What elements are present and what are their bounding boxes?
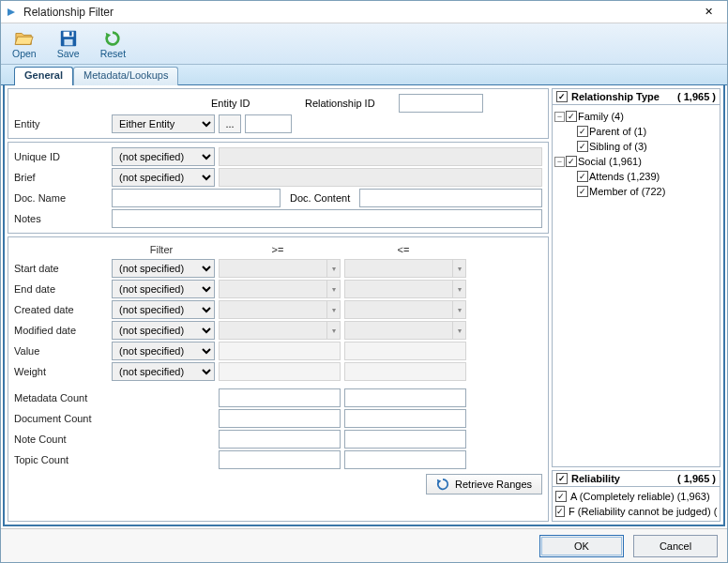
- svg-marker-5: [106, 32, 111, 38]
- tree-node-social[interactable]: −✓Social (1,961): [554, 154, 718, 169]
- weight-filter[interactable]: (not specified): [112, 362, 215, 381]
- reltype-checkbox[interactable]: ✓: [556, 91, 568, 102]
- unique-id-field[interactable]: [219, 147, 542, 166]
- note-count-ge[interactable]: [219, 430, 341, 449]
- footer: OK Cancel: [1, 528, 727, 562]
- tree-node-parent[interactable]: ✓Parent of (1): [554, 124, 718, 139]
- reliability-item-a[interactable]: ✓A (Completely reliable) (1,963): [555, 489, 717, 504]
- entity-panel: Entity ID Relationship ID Entity Either …: [8, 88, 549, 139]
- chevron-down-icon: ▾: [326, 281, 340, 297]
- metadata-count-label: Metadata Count: [14, 392, 215, 403]
- brief-select[interactable]: (not specified): [112, 168, 215, 187]
- metadata-count-le[interactable]: [344, 388, 466, 407]
- start-date-filter[interactable]: (not specified): [112, 259, 215, 278]
- reltype-count: ( 1,965 ): [677, 91, 716, 102]
- created-date-ge[interactable]: ▾: [219, 300, 341, 319]
- end-date-ge[interactable]: ▾: [219, 280, 341, 298]
- reltype-title: Relationship Type: [571, 91, 660, 102]
- checkbox[interactable]: ✓: [577, 141, 588, 152]
- close-button[interactable]: ✕: [693, 2, 723, 23]
- value-label: Value: [14, 345, 108, 357]
- refresh-icon: [436, 478, 449, 491]
- metadata-count-ge[interactable]: [219, 388, 341, 407]
- start-date-ge[interactable]: ▾: [219, 259, 341, 278]
- tab-bar: General Metadata/Lookups: [1, 65, 727, 85]
- doc-name-input[interactable]: [112, 189, 281, 207]
- end-date-filter[interactable]: (not specified): [112, 280, 215, 298]
- created-date-le[interactable]: ▾: [344, 300, 466, 319]
- titlebar: Relationship Filter ✕: [1, 1, 727, 23]
- value-ge[interactable]: [219, 342, 341, 360]
- filter-header: Filter: [108, 244, 215, 255]
- doc-content-label: Doc. Content: [284, 192, 356, 204]
- identity-panel: Unique ID (not specified) Brief (not spe…: [8, 142, 549, 234]
- save-label: Save: [57, 48, 80, 59]
- window-title: Relationship Filter: [23, 6, 693, 19]
- reliability-item-f[interactable]: ✓F (Reliability cannot be judged) (: [555, 504, 717, 519]
- brief-field[interactable]: [219, 168, 542, 187]
- entity-id-input[interactable]: [245, 114, 292, 133]
- right-pane: ✓ Relationship Type ( 1,965 ) −✓Family (…: [552, 88, 720, 522]
- topic-count-ge[interactable]: [219, 450, 341, 469]
- ge-header: >=: [215, 244, 341, 255]
- checkbox[interactable]: ✓: [577, 126, 588, 137]
- tab-general[interactable]: General: [14, 67, 73, 85]
- open-button[interactable]: Open: [8, 27, 40, 61]
- retrieve-ranges-button[interactable]: Retrieve Ranges: [426, 474, 542, 495]
- cancel-button[interactable]: Cancel: [633, 535, 718, 557]
- ellipsis-icon: ...: [225, 118, 234, 129]
- end-date-le[interactable]: ▾: [344, 280, 466, 298]
- modified-date-ge[interactable]: ▾: [219, 321, 341, 340]
- checkbox[interactable]: ✓: [566, 156, 577, 167]
- checkbox[interactable]: ✓: [566, 111, 577, 122]
- weight-le[interactable]: [344, 362, 466, 381]
- weight-ge[interactable]: [219, 362, 341, 381]
- tab-metadata[interactable]: Metadata/Lookups: [73, 67, 179, 85]
- topic-count-le[interactable]: [344, 450, 466, 469]
- document-count-ge[interactable]: [219, 409, 341, 428]
- document-count-le[interactable]: [344, 409, 466, 428]
- checkbox[interactable]: ✓: [555, 506, 565, 517]
- value-filter[interactable]: (not specified): [112, 342, 215, 360]
- reset-button[interactable]: Reset: [97, 27, 129, 61]
- checkbox[interactable]: ✓: [577, 171, 588, 182]
- svg-marker-0: [8, 8, 15, 16]
- end-date-label: End date: [14, 283, 108, 295]
- tree-node-sibling[interactable]: ✓Sibling of (3): [554, 139, 718, 154]
- collapse-icon[interactable]: −: [554, 157, 565, 167]
- notes-input[interactable]: [112, 209, 542, 228]
- doc-content-input[interactable]: [359, 189, 542, 207]
- start-date-le[interactable]: ▾: [344, 259, 466, 278]
- tree-node-member[interactable]: ✓Member of (722): [554, 184, 718, 199]
- entity-browse-button[interactable]: ...: [219, 114, 241, 133]
- note-count-le[interactable]: [344, 430, 466, 449]
- collapse-icon[interactable]: −: [554, 112, 565, 122]
- reliability-checkbox[interactable]: ✓: [556, 473, 568, 484]
- unique-id-select[interactable]: (not specified): [112, 147, 215, 166]
- modified-date-le[interactable]: ▾: [344, 321, 466, 340]
- value-le[interactable]: [344, 342, 466, 360]
- reliability-title: Reliability: [571, 473, 620, 484]
- unique-id-label: Unique ID: [14, 151, 108, 162]
- chevron-down-icon: ▾: [452, 260, 465, 277]
- checkbox[interactable]: ✓: [555, 491, 567, 502]
- retrieve-label: Retrieve Ranges: [455, 479, 532, 490]
- reset-label: Reset: [100, 48, 126, 59]
- app-icon: [5, 6, 18, 19]
- save-button[interactable]: Save: [53, 27, 83, 61]
- relationship-id-input[interactable]: [399, 94, 483, 113]
- tree-node-attends[interactable]: ✓Attends (1,239): [554, 169, 718, 184]
- created-date-filter[interactable]: (not specified): [112, 300, 215, 319]
- relationship-type-tree: −✓Family (4) ✓Parent of (1) ✓Sibling of …: [552, 105, 720, 467]
- tree-node-family[interactable]: −✓Family (4): [554, 109, 718, 124]
- notes-label: Notes: [14, 213, 108, 224]
- close-icon: ✕: [705, 6, 713, 18]
- entity-id-label: Entity ID: [211, 98, 267, 109]
- relationship-id-label: Relationship ID: [305, 98, 389, 109]
- modified-date-filter[interactable]: (not specified): [112, 321, 215, 340]
- start-date-label: Start date: [14, 263, 108, 274]
- entity-select[interactable]: Either Entity: [112, 114, 215, 133]
- created-date-label: Created date: [14, 304, 108, 315]
- ok-button[interactable]: OK: [539, 535, 624, 557]
- checkbox[interactable]: ✓: [577, 186, 588, 197]
